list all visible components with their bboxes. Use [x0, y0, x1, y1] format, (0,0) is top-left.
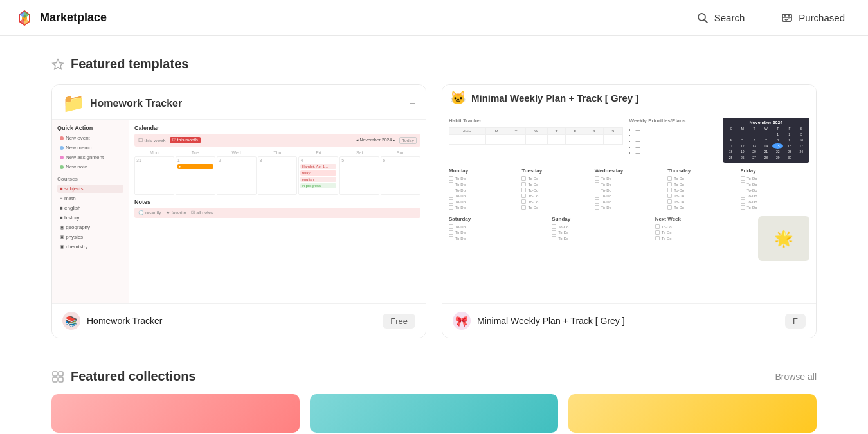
templates-grid: 📁 Homework Tracker − Quick Action New ev…	[51, 84, 817, 338]
mw-friday-col: Friday To-Do To-Do To-Do To-Do To-Do To-…	[741, 168, 809, 211]
mw-wrapper: 🐱 Minimal Weekly Plan + Track [ Grey ] H…	[442, 85, 816, 303]
mw-monday-col: Monday To-Do To-Do To-Do To-Do To-Do To-…	[449, 168, 518, 211]
mw-habit-section: Habit Tracker date: M T W T F	[449, 118, 623, 163]
hw-author: 📚 Homework Tracker	[62, 312, 162, 330]
hw-quick-action-label: Quick Action	[57, 125, 123, 131]
mw-icon: 🐱	[450, 90, 466, 105]
cart-icon	[781, 12, 793, 24]
hw-day-3: 3	[258, 156, 298, 195]
search-button[interactable]: Search	[689, 6, 753, 30]
hw-dot-2	[60, 146, 64, 150]
header-left: Marketplace	[15, 9, 107, 27]
star-icon	[51, 58, 64, 71]
mw-mini-calendar: November 2024 S M T W T F S	[723, 118, 809, 163]
mw-priorities-title: Weekly Priorities/Plans	[629, 118, 716, 123]
hw-card-footer: 📚 Homework Tracker Free	[52, 303, 426, 338]
mw-cal-grid: S M T W T F S	[725, 126, 807, 160]
hw-action-new-event: New event	[57, 134, 123, 142]
mw-decorative-image: 🌟	[758, 216, 809, 261]
collections-grid	[51, 394, 817, 433]
hw-day-6: 6	[381, 156, 420, 195]
hw-notes-title: Notes	[134, 199, 420, 205]
mw-priorities-list: — — — — —	[629, 127, 716, 155]
hw-card-header: 📁 Homework Tracker −	[52, 85, 426, 120]
hw-subject-math: ≡ math	[57, 194, 123, 203]
svg-marker-10	[53, 59, 63, 69]
hw-days-header: Mon Tue Wed Thu Fri Sat Sun	[134, 150, 420, 155]
browse-all-link[interactable]: Browse all	[775, 372, 817, 382]
search-label: Search	[714, 12, 745, 23]
hw-subject-geography: ◉ geography	[57, 223, 123, 231]
app-title: Marketplace	[40, 11, 107, 24]
mw-tuesday-col: Tuesday To-Do To-Do To-Do To-Do To-Do To…	[521, 168, 590, 211]
mw-top-section: Habit Tracker date: M T W T F	[442, 111, 816, 163]
mw-header: 🐱 Minimal Weekly Plan + Track [ Grey ]	[442, 85, 816, 111]
mw-bottom-section: Saturday To-Do To-Do To-Do Sunday To-Do …	[442, 216, 816, 267]
hw-dot-3	[60, 156, 64, 159]
mw-week-grid: Monday To-Do To-Do To-Do To-Do To-Do To-…	[442, 163, 816, 216]
template-preview-homework: 📁 Homework Tracker − Quick Action New ev…	[52, 85, 426, 303]
collections-title: Featured collections	[71, 369, 196, 384]
collection-card-1[interactable]	[51, 394, 300, 433]
collection-card-2[interactable]	[310, 394, 558, 433]
mw-habit-table: date: M T W T F S S	[449, 127, 623, 145]
template-preview-minimal-weekly: 🐱 Minimal Weekly Plan + Track [ Grey ] H…	[442, 85, 816, 303]
mw-priorities-section: Weekly Priorities/Plans — — — — —	[629, 118, 716, 163]
svg-rect-13	[53, 377, 57, 382]
hw-sidebar: Quick Action New event New memo	[52, 120, 129, 303]
mw-card-footer: 🎀 Minimal Weekly Plan + Track [ Grey ] F	[442, 303, 816, 338]
hw-badge: Free	[383, 314, 415, 329]
mw-template-name: Minimal Weekly Plan + Track [ Grey ]	[477, 316, 625, 326]
mw-mini-calendar-section: November 2024 S M T W T F S	[723, 118, 809, 163]
hw-expand-icon: −	[410, 98, 415, 109]
mw-saturday-col: Saturday To-Do To-Do To-Do	[449, 216, 548, 261]
mw-habit-title: Habit Tracker	[449, 118, 623, 123]
template-card-minimal-weekly[interactable]: 🐱 Minimal Weekly Plan + Track [ Grey ] H…	[442, 84, 817, 338]
hw-avatar: 📚	[62, 312, 80, 330]
hw-action-new-assignment: New assignment	[57, 153, 123, 161]
hw-day-1: 1 ●	[176, 156, 215, 195]
hw-event-relay: relay	[300, 170, 336, 176]
hw-subject-subjects: ■ subjects	[57, 185, 123, 193]
grid-icon	[51, 370, 64, 383]
hw-subject-history: ■ history	[57, 213, 123, 222]
svg-rect-14	[59, 377, 63, 382]
main-content: Featured templates 📁 Homework Tracker −	[0, 36, 868, 434]
hw-courses-label: Courses	[57, 176, 123, 182]
hw-calendar-title: Calendar	[134, 125, 420, 131]
svg-rect-12	[59, 372, 63, 376]
app-logo-icon	[15, 9, 33, 27]
featured-collections-section: Featured collections Browse all	[51, 369, 817, 433]
hw-subject-chemistry: ◉ chemistry	[57, 242, 123, 251]
mw-cal-month: November 2024	[725, 120, 807, 125]
hw-event-english: english	[300, 177, 336, 182]
hw-content-row: Quick Action New event New memo	[52, 120, 426, 303]
mw-next-week-col: Next Week To-Do To-Do To-Do	[655, 216, 754, 261]
hw-day-2: 2	[217, 156, 257, 195]
collection-card-3[interactable]	[568, 394, 817, 433]
hw-event-hamlet: Hamlet, Act 1...	[300, 164, 336, 169]
hw-main-content: Calendar ☐ this week ☑ this month ◂ Nove…	[129, 120, 426, 303]
template-card-homework[interactable]: 📁 Homework Tracker − Quick Action New ev…	[51, 84, 426, 338]
svg-rect-11	[53, 372, 57, 376]
hw-subject-english: ■ english	[57, 204, 123, 212]
hw-action-new-note: New note	[57, 163, 123, 171]
hw-dot-1	[60, 136, 64, 140]
purchased-button[interactable]: Purchased	[773, 6, 853, 30]
app-header: Marketplace Search Purchased	[0, 0, 868, 36]
hw-day-5: 5	[339, 156, 379, 195]
svg-line-8	[704, 19, 707, 23]
hw-today-badge: ●	[177, 164, 213, 169]
hw-calendar-bar: ☐ this week ☑ this month ◂ November 2024…	[134, 134, 420, 147]
hw-subject-physics: ◉ physics	[57, 233, 123, 241]
purchased-label: Purchased	[799, 12, 845, 23]
table-row	[449, 141, 623, 145]
mw-sunday-col: Sunday To-Do To-Do To-Do	[552, 216, 651, 261]
hw-event-inprogress: in progress	[300, 183, 336, 188]
search-icon	[696, 12, 709, 24]
hw-days-grid: 31 1 ● 2 3 4 Hamlet, Act 1...	[134, 156, 420, 195]
collections-heading: Featured collections Browse all	[51, 369, 817, 384]
mw-avatar: 🎀	[453, 312, 471, 330]
mw-author: 🎀 Minimal Weekly Plan + Track [ Grey ]	[453, 312, 625, 330]
hw-day-31: 31	[134, 156, 174, 195]
